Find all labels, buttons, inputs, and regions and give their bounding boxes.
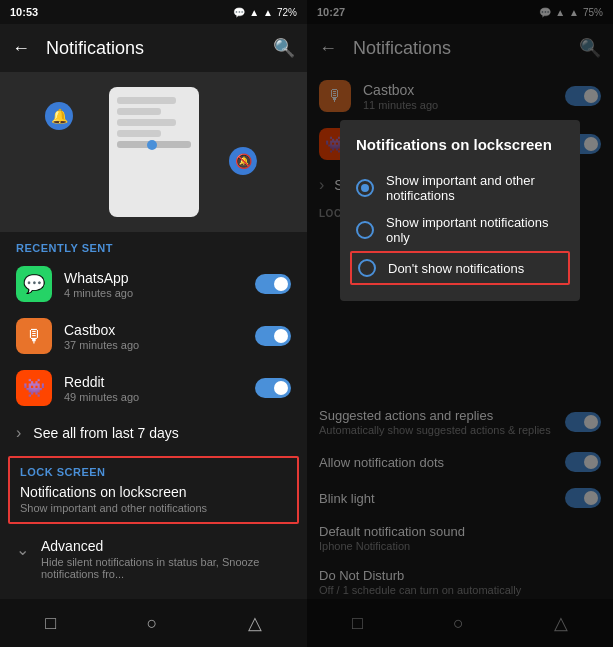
radio-option-2[interactable]: Don't show notifications	[350, 251, 570, 285]
illustration-area: 🔔 🔕	[0, 72, 307, 232]
nav-triangle-left[interactable]: △	[248, 612, 262, 634]
reddit-icon-left: 👾	[16, 370, 52, 406]
castbox-toggle-left[interactable]	[255, 326, 291, 346]
lock-screen-section-left[interactable]: LOCK SCREEN Notifications on lockscreen …	[8, 456, 299, 524]
radio-option-0[interactable]: Show important and other notifications	[356, 167, 564, 209]
recently-sent-label: RECENTLY SENT	[0, 232, 307, 258]
castbox-time-left: 37 minutes ago	[64, 339, 243, 351]
lock-screen-title-left: Notifications on lockscreen	[20, 484, 287, 500]
radio-label-2: Don't show notifications	[388, 261, 524, 276]
mock-slider	[117, 141, 191, 148]
right-panel: 10:27 💬 ▲ ▲ 75% ← Notifications 🔍 🎙 Cast…	[307, 0, 613, 647]
chevron-right-icon-left: ›	[16, 424, 21, 442]
lockscreen-dialog: Notifications on lockscreen Show importa…	[340, 120, 580, 301]
mock-slider-dot	[147, 140, 157, 150]
nav-square-left[interactable]: □	[45, 613, 56, 634]
whatsapp-status-icon: 💬	[233, 7, 245, 18]
castbox-item-left[interactable]: 🎙 Castbox 37 minutes ago	[0, 310, 307, 362]
dialog-title: Notifications on lockscreen	[356, 136, 564, 153]
phone-mock	[109, 87, 199, 217]
bell-icon: 🔔	[45, 102, 73, 130]
radio-label-0: Show important and other notifications	[386, 173, 564, 203]
mock-line-1	[117, 97, 176, 104]
left-panel: 10:53 💬 ▲ ▲ 72% ← Notifications 🔍 🔔 🔕 RE…	[0, 0, 307, 647]
reddit-item-left[interactable]: 👾 Reddit 49 minutes ago	[0, 362, 307, 414]
radio-label-1: Show important notifications only	[386, 215, 564, 245]
see-all-text-left: See all from last 7 days	[33, 425, 179, 441]
wifi-icon: ▲	[263, 7, 273, 18]
whatsapp-info: WhatsApp 4 minutes ago	[64, 270, 243, 299]
status-bar-left: 10:53 💬 ▲ ▲ 72%	[0, 0, 307, 24]
reddit-name-left: Reddit	[64, 374, 243, 390]
mock-line-2	[117, 108, 161, 115]
castbox-icon-left: 🎙	[16, 318, 52, 354]
reddit-time-left: 49 minutes ago	[64, 391, 243, 403]
time-left: 10:53	[10, 6, 38, 18]
castbox-info-left: Castbox 37 minutes ago	[64, 322, 243, 351]
advanced-title: Advanced	[41, 538, 291, 554]
signal-icon: ▲	[249, 7, 259, 18]
see-all-left[interactable]: › See all from last 7 days	[0, 414, 307, 452]
nav-circle-left[interactable]: ○	[146, 613, 157, 634]
page-title-left: Notifications	[46, 38, 257, 59]
chevron-down-icon: ⌄	[16, 540, 29, 559]
whatsapp-icon: 💬	[16, 266, 52, 302]
mock-line-4	[117, 130, 161, 137]
whatsapp-time: 4 minutes ago	[64, 287, 243, 299]
lock-screen-sub-left: Show important and other notifications	[20, 502, 287, 514]
dialog-overlay: Notifications on lockscreen Show importa…	[307, 0, 613, 647]
top-bar-left: ← Notifications 🔍	[0, 24, 307, 72]
castbox-name-left: Castbox	[64, 322, 243, 338]
whatsapp-name: WhatsApp	[64, 270, 243, 286]
radio-circle-0	[356, 179, 374, 197]
mock-line-3	[117, 119, 176, 126]
back-button-left[interactable]: ←	[12, 38, 30, 59]
whatsapp-toggle[interactable]	[255, 274, 291, 294]
radio-option-1[interactable]: Show important notifications only	[356, 209, 564, 251]
no-bell-icon: 🔕	[229, 147, 257, 175]
status-icons-left: 💬 ▲ ▲ 72%	[233, 7, 297, 18]
radio-circle-2	[358, 259, 376, 277]
whatsapp-item[interactable]: 💬 WhatsApp 4 minutes ago	[0, 258, 307, 310]
bottom-nav-left: □ ○ △	[0, 599, 307, 647]
reddit-toggle-left[interactable]	[255, 378, 291, 398]
advanced-info: Advanced Hide silent notifications in st…	[41, 538, 291, 580]
reddit-info-left: Reddit 49 minutes ago	[64, 374, 243, 403]
lock-screen-label-left: LOCK SCREEN	[20, 466, 287, 478]
advanced-sub: Hide silent notifications in status bar,…	[41, 556, 291, 580]
radio-circle-1	[356, 221, 374, 239]
advanced-section[interactable]: ⌄ Advanced Hide silent notifications in …	[0, 528, 307, 590]
search-button-left[interactable]: 🔍	[273, 37, 295, 59]
battery-left: 72%	[277, 7, 297, 18]
